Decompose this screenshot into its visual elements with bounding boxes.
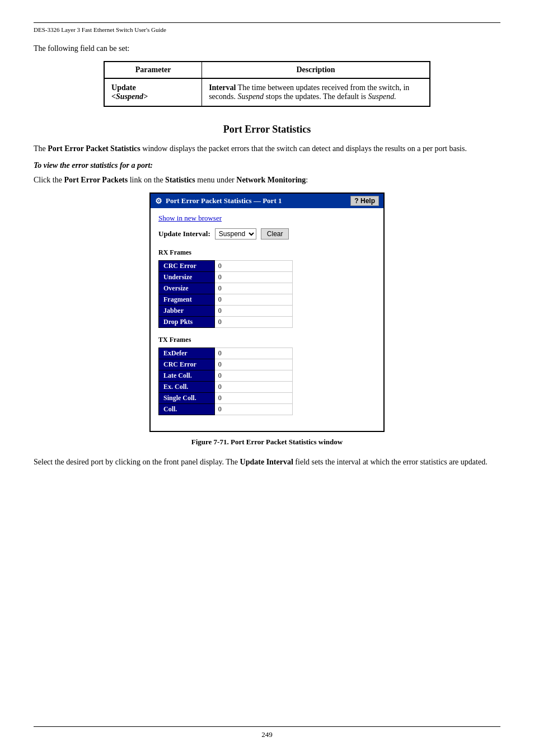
rx-label-cell: Drop Pkts: [159, 317, 215, 328]
rx-value-cell: 0: [214, 283, 292, 294]
rx-label-cell: CRC Error: [159, 261, 215, 272]
rx-label-cell: Undersize: [159, 272, 215, 283]
tx-value-cell: 0: [214, 382, 292, 393]
update-interval-label: Update Interval:: [158, 229, 210, 238]
rx-table-row: Undersize0: [159, 272, 293, 283]
rx-table-row: CRC Error0: [159, 261, 293, 272]
tx-frames-label: TX Frames: [158, 336, 376, 344]
desc-text: The time between updates received from t…: [209, 83, 409, 101]
rx-table-row: Oversize0: [159, 283, 293, 294]
tx-label-cell: CRC Error: [159, 359, 215, 370]
rx-table-row: Fragment0: [159, 294, 293, 306]
tx-table-row: ExDefer0: [159, 348, 293, 359]
tx-label-cell: Ex. Coll.: [159, 382, 215, 393]
rx-value-cell: 0: [214, 272, 292, 283]
table-row: Update<Suspend> Interval The time betwee…: [104, 78, 430, 106]
desc-label: Interval: [209, 83, 236, 92]
body-para-2: Click the Port Error Packets link on the…: [34, 176, 500, 185]
window-wrapper: ⚙ Port Error Packet Statistics — Port 1 …: [34, 192, 500, 432]
tx-value-cell: 0: [214, 393, 292, 404]
rx-value-cell: 0: [214, 261, 292, 272]
clear-button[interactable]: Clear: [261, 228, 289, 240]
show-in-browser-link[interactable]: Show in new browser: [158, 214, 376, 223]
window-frame: ⚙ Port Error Packet Statistics — Port 1 …: [149, 192, 385, 432]
parameter-table: Parameter Description Update<Suspend> In…: [104, 61, 430, 107]
window-icon: ⚙: [155, 196, 162, 206]
param-name: Update<Suspend>: [111, 83, 148, 101]
window-title: Port Error Packet Statistics — Port 1: [166, 196, 282, 205]
rx-value-cell: 0: [214, 294, 292, 306]
window-body: Show in new browser Update Interval: Sus…: [151, 208, 383, 431]
rx-label-cell: Jabber: [159, 306, 215, 317]
tx-value-cell: 0: [214, 370, 292, 382]
rx-frames-section: RX Frames CRC Error0Undersize0Oversize0F…: [158, 248, 376, 328]
tx-value-cell: 0: [214, 404, 292, 415]
desc-col-header: Description: [202, 62, 430, 78]
param-sub: <Suspend>: [111, 92, 148, 101]
rx-label-cell: Oversize: [159, 283, 215, 294]
rx-value-cell: 0: [214, 306, 292, 317]
tx-table-row: Late Coll.0: [159, 370, 293, 382]
rx-value-cell: 0: [214, 317, 292, 328]
rx-table-row: Jabber0: [159, 306, 293, 317]
update-interval-row: Update Interval: Suspend 1s 5s 10s 30s C…: [158, 228, 376, 240]
rx-frames-label: RX Frames: [158, 248, 376, 257]
tx-table-row: Coll.0: [159, 404, 293, 415]
figure-caption: Figure 7-71. Port Error Packet Statistic…: [34, 438, 500, 447]
section-heading: Port Error Statistics: [34, 124, 500, 135]
window-titlebar: ⚙ Port Error Packet Statistics — Port 1 …: [151, 194, 383, 208]
closing-para: Select the desired port by clicking on t…: [34, 458, 500, 467]
intro-text: The following field can be set:: [34, 44, 500, 53]
param-col-header: Parameter: [104, 62, 202, 78]
tx-table-row: CRC Error0: [159, 359, 293, 370]
tx-label-cell: Coll.: [159, 404, 215, 415]
page-number: 249: [34, 730, 500, 739]
tx-value-cell: 0: [214, 359, 292, 370]
titlebar-left: ⚙ Port Error Packet Statistics — Port 1: [155, 196, 282, 206]
rx-table-row: Drop Pkts0: [159, 317, 293, 328]
tx-table-row: Single Coll.0: [159, 393, 293, 404]
help-button[interactable]: ? Help: [350, 196, 379, 206]
tx-label-cell: Late Coll.: [159, 370, 215, 382]
tx-label-cell: ExDefer: [159, 348, 215, 359]
tx-label-cell: Single Coll.: [159, 393, 215, 404]
tx-frames-section: TX Frames ExDefer0CRC Error0Late Coll.0E…: [158, 336, 376, 415]
tx-value-cell: 0: [214, 348, 292, 359]
tx-table-row: Ex. Coll.0: [159, 382, 293, 393]
body-para-1: The Port Error Packet Statistics window …: [34, 144, 500, 153]
rx-label-cell: Fragment: [159, 294, 215, 306]
tx-stats-table: ExDefer0CRC Error0Late Coll.0Ex. Coll.0S…: [158, 348, 293, 415]
italic-bold-heading: To view the error statistics for a port:: [34, 161, 500, 170]
update-interval-select[interactable]: Suspend 1s 5s 10s 30s: [215, 228, 256, 240]
page-header: DES-3326 Layer 3 Fast Ethernet Switch Us…: [34, 26, 500, 33]
rx-stats-table: CRC Error0Undersize0Oversize0Fragment0Ja…: [158, 260, 293, 328]
